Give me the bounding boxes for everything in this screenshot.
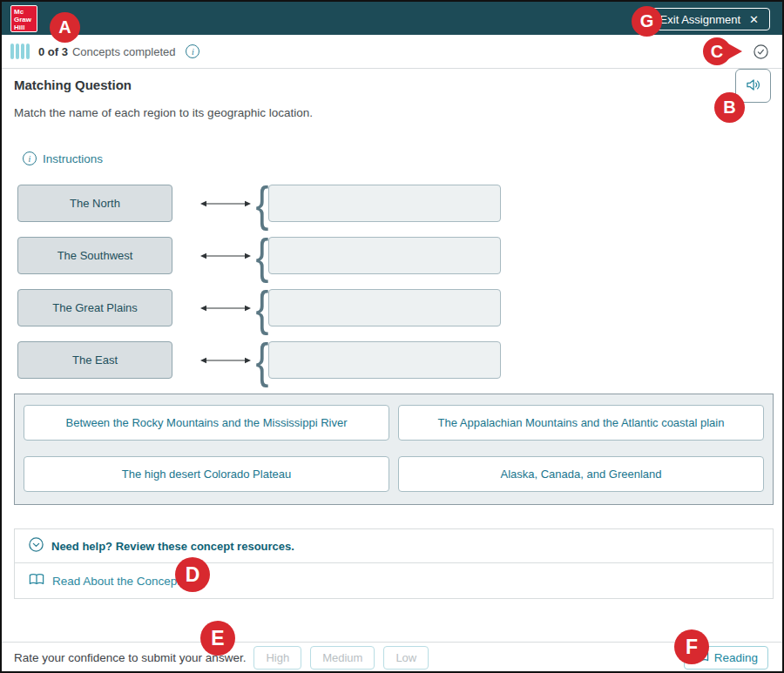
confidence-high-button[interactable]: High: [253, 646, 301, 670]
question-prompt: Match the name of each region to its geo…: [14, 106, 313, 119]
double-arrow-icon: [199, 355, 253, 366]
concept-progress-icon: [10, 44, 30, 59]
match-row: The East {: [17, 341, 501, 379]
progress-bar: 0 of 3 Concepts completed i: [2, 35, 782, 69]
match-row: The Great Plains {: [17, 289, 501, 326]
drop-zone[interactable]: [268, 341, 501, 379]
confidence-medium-button[interactable]: Medium: [310, 646, 375, 670]
help-title: Need help? Review these concept resource…: [51, 540, 294, 553]
term-box: The East: [17, 341, 172, 379]
brace-glyph: {: [256, 237, 267, 274]
mcgraw-hill-logo: Mc Graw Hill: [10, 5, 37, 32]
info-icon: i: [23, 151, 37, 165]
confidence-low-button[interactable]: Low: [383, 646, 429, 670]
answer-bank: Between the Rocky Mountains and the Miss…: [14, 394, 774, 505]
reading-label: Reading: [714, 651, 758, 664]
info-icon[interactable]: i: [186, 44, 199, 58]
annotation-badge-a: A: [50, 12, 80, 43]
exit-assignment-button[interactable]: Exit Assignment ✕: [649, 8, 770, 30]
concept-resources-panel: Need help? Review these concept resource…: [14, 528, 774, 599]
term-box: The North: [17, 185, 172, 222]
annotation-badge-e: E: [200, 621, 235, 656]
answer-option[interactable]: Between the Rocky Mountains and the Miss…: [24, 405, 389, 441]
brace-glyph: {: [256, 185, 267, 222]
footer-bar: Rate your confidence to submit your answ…: [2, 642, 782, 673]
exit-assignment-label: Exit Assignment: [660, 13, 741, 26]
matching-area: The North { The Southwest { The Great Pl…: [17, 185, 501, 394]
smartbook-question-page: Mc Graw Hill Exit Assignment ✕ 0 of 3 Co…: [0, 0, 784, 673]
concept-resources-toggle[interactable]: Need help? Review these concept resource…: [15, 529, 773, 563]
concept-resource-row: Read About the Concept: [15, 563, 773, 598]
answer-option[interactable]: Alaska, Canada, and Greenland: [398, 456, 764, 492]
answer-option[interactable]: The Appalachian Mountains and the Atlant…: [398, 405, 764, 441]
question-type-title: Matching Question: [14, 77, 132, 92]
match-row: The North {: [17, 185, 501, 222]
logo-line: Graw: [14, 16, 37, 24]
annotation-badge-d: D: [175, 557, 210, 592]
book-icon: [29, 573, 44, 589]
term-box: The Southwest: [17, 237, 172, 274]
instructions-link[interactable]: i Instructions: [23, 151, 103, 165]
annotation-badge-f: F: [674, 629, 709, 664]
match-row: The Southwest {: [17, 237, 501, 274]
double-arrow-icon: [199, 303, 253, 313]
progress-count: 0 of 3: [38, 45, 68, 58]
close-icon: ✕: [749, 14, 759, 25]
double-arrow-icon: [199, 251, 253, 261]
read-about-concept-link[interactable]: Read About the Concept: [52, 575, 180, 588]
drop-zone[interactable]: [268, 289, 501, 326]
drop-zone[interactable]: [268, 185, 501, 222]
term-box: The Great Plains: [17, 289, 172, 326]
annotation-badge-b: B: [714, 92, 745, 123]
logo-line: Mc: [14, 8, 37, 16]
logo-line: Hill: [14, 24, 37, 31]
check-circle-icon[interactable]: [754, 44, 768, 63]
progress-label: Concepts completed: [72, 45, 176, 58]
top-bar: Mc Graw Hill Exit Assignment ✕: [2, 2, 782, 35]
instructions-label: Instructions: [43, 152, 103, 165]
answer-option[interactable]: The high desert Colorado Plateau: [24, 456, 389, 492]
brace-glyph: {: [256, 289, 267, 326]
chevron-down-icon: [29, 537, 44, 555]
annotation-badge-g: G: [632, 6, 662, 37]
double-arrow-icon: [199, 199, 253, 209]
brace-glyph: {: [256, 341, 267, 379]
speaker-icon: [744, 76, 762, 97]
drop-zone[interactable]: [268, 237, 501, 274]
annotation-badge-c: C: [703, 37, 731, 65]
